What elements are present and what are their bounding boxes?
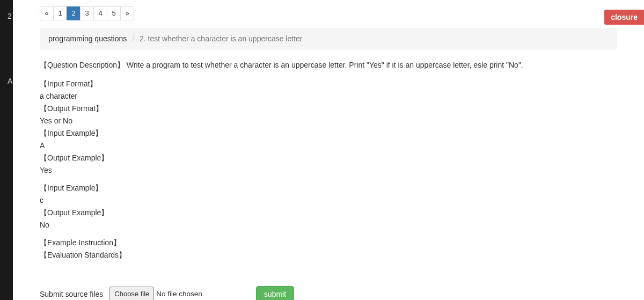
evaluation-standards-label: 【Evaluation Standards】: [40, 250, 617, 261]
divider: [40, 275, 617, 275]
input-example-2-label: 【Input Example】: [40, 182, 617, 194]
output-example-1-value: Yes: [40, 165, 617, 176]
page-3[interactable]: 3: [80, 6, 94, 20]
input-format-value: a character: [40, 91, 617, 102]
output-format-label: 【Output Format】: [40, 103, 617, 114]
submit-source-label: Submit source files: [40, 289, 103, 300]
file-input-wrap: Choose file No file chosen: [109, 287, 202, 300]
bg-letter: A: [8, 76, 13, 87]
breadcrumb: programming questions / 2. test whether …: [40, 28, 617, 50]
question-description: 【Question Description】 Write a program t…: [40, 60, 617, 71]
submit-button[interactable]: submit: [256, 286, 294, 300]
bg-number: 2: [8, 11, 13, 22]
output-format-value: Yes or No: [40, 115, 617, 127]
page-5[interactable]: 5: [107, 6, 121, 20]
question-modal: closure « 1 2 3 4 5 » programming questi…: [13, 0, 644, 300]
submit-row: Submit source files Choose file No file …: [40, 286, 617, 300]
breadcrumb-current: 2. test whether a character is an upperc…: [140, 34, 303, 43]
file-chosen-text: No file chosen: [156, 289, 202, 299]
breadcrumb-separator: /: [129, 34, 137, 43]
breadcrumb-root[interactable]: programming questions: [48, 34, 127, 43]
output-example-1-label: 【Output Example】: [40, 152, 617, 164]
page-2[interactable]: 2: [67, 6, 80, 20]
pagination: « 1 2 3 4 5 »: [40, 0, 617, 28]
input-example-1-value: A: [40, 140, 617, 151]
page-next[interactable]: »: [120, 6, 134, 20]
page-prev[interactable]: «: [40, 6, 54, 20]
page-1[interactable]: 1: [53, 6, 67, 20]
background-left-edge: 2 A: [0, 0, 13, 300]
question-content: 【Question Description】 Write a program t…: [40, 60, 617, 261]
input-format-label: 【Input Format】: [40, 78, 617, 90]
question-description-label: 【Question Description】: [40, 61, 125, 69]
output-example-2-value: No: [40, 219, 617, 231]
example-instruction-label: 【Example Instruction】: [40, 237, 617, 248]
closure-button[interactable]: closure: [604, 10, 644, 25]
choose-file-button[interactable]: Choose file: [109, 287, 154, 300]
input-example-2-value: c: [40, 195, 617, 206]
input-example-1-label: 【Input Example】: [40, 128, 617, 139]
output-example-2-label: 【Output Example】: [40, 207, 617, 218]
question-description-text: Write a program to test whether a charac…: [127, 61, 523, 69]
page-4[interactable]: 4: [93, 6, 107, 20]
